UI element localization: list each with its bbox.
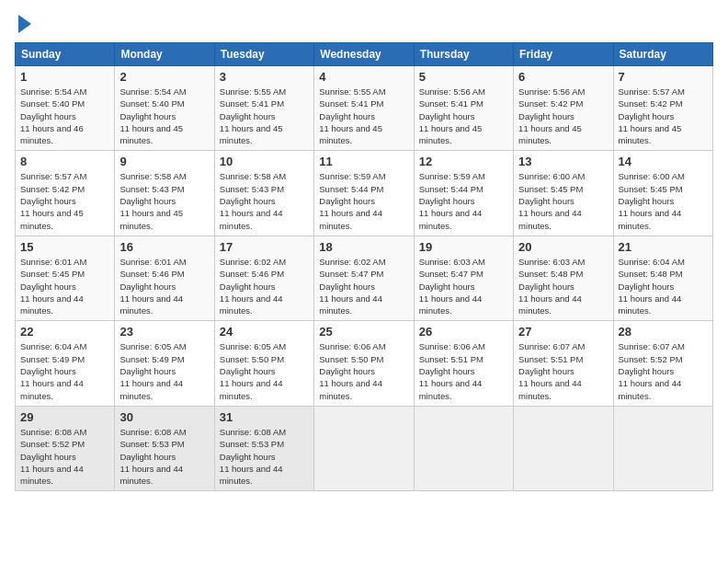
calendar-cell: 21 Sunrise: 6:04 AMSunset: 5:48 PMDaylig… (613, 236, 712, 320)
day-number: 23 (119, 325, 209, 339)
header-day-saturday: Saturday (613, 43, 712, 66)
calendar-cell: 18 Sunrise: 6:02 AMSunset: 5:47 PMDaylig… (314, 236, 414, 320)
day-info: Sunrise: 5:55 AMSunset: 5:41 PMDaylight … (220, 86, 286, 145)
day-info: Sunrise: 5:56 AMSunset: 5:41 PMDaylight … (419, 86, 485, 145)
header-day-thursday: Thursday (414, 43, 513, 66)
day-number: 19 (419, 240, 508, 254)
day-number: 2 (119, 70, 209, 84)
day-number: 30 (119, 410, 209, 424)
day-number: 20 (518, 240, 608, 254)
day-number: 17 (220, 240, 309, 254)
day-number: 18 (319, 240, 408, 254)
calendar-cell: 5 Sunrise: 5:56 AMSunset: 5:41 PMDayligh… (414, 66, 513, 151)
day-info: Sunrise: 5:55 AMSunset: 5:41 PMDaylight … (319, 86, 385, 145)
day-number: 15 (20, 240, 109, 254)
week-row-4: 22 Sunrise: 6:04 AMSunset: 5:49 PMDaylig… (16, 321, 713, 406)
calendar-cell: 28 Sunrise: 6:07 AMSunset: 5:52 PMDaylig… (613, 321, 712, 406)
day-info: Sunrise: 5:59 AMSunset: 5:44 PMDaylight … (319, 171, 385, 230)
day-info: Sunrise: 6:08 AMSunset: 5:53 PMDaylight … (220, 427, 286, 486)
day-number: 14 (619, 155, 708, 168)
day-info: Sunrise: 6:03 AMSunset: 5:47 PMDaylight … (419, 257, 485, 316)
day-info: Sunrise: 6:07 AMSunset: 5:52 PMDaylight … (619, 341, 685, 400)
day-info: Sunrise: 5:58 AMSunset: 5:43 PMDaylight … (220, 171, 286, 230)
day-info: Sunrise: 6:07 AMSunset: 5:51 PMDaylight … (518, 341, 585, 400)
calendar-cell: 24 Sunrise: 6:05 AMSunset: 5:50 PMDaylig… (214, 321, 313, 406)
day-info: Sunrise: 6:00 AMSunset: 5:45 PMDaylight … (518, 171, 585, 230)
week-row-2: 8 Sunrise: 5:57 AMSunset: 5:42 PMDayligh… (16, 151, 713, 236)
header-day-sunday: Sunday (16, 43, 115, 66)
day-number: 21 (619, 240, 708, 254)
day-number: 22 (20, 325, 109, 339)
calendar-cell (514, 406, 613, 490)
calendar-cell: 23 Sunrise: 6:05 AMSunset: 5:49 PMDaylig… (115, 321, 214, 406)
calendar-cell: 22 Sunrise: 6:04 AMSunset: 5:49 PMDaylig… (16, 321, 115, 406)
day-number: 7 (619, 70, 708, 84)
calendar-cell (414, 406, 513, 490)
day-number: 27 (518, 325, 608, 339)
day-info: Sunrise: 5:54 AMSunset: 5:40 PMDaylight … (20, 86, 86, 145)
day-info: Sunrise: 6:04 AMSunset: 5:49 PMDaylight … (20, 341, 86, 400)
week-row-3: 15 Sunrise: 6:01 AMSunset: 5:45 PMDaylig… (16, 236, 713, 320)
week-row-1: 1 Sunrise: 5:54 AMSunset: 5:40 PMDayligh… (16, 66, 713, 151)
day-number: 26 (419, 325, 508, 339)
day-number: 28 (619, 325, 708, 339)
day-number: 12 (419, 155, 508, 168)
day-info: Sunrise: 6:05 AMSunset: 5:49 PMDaylight … (119, 341, 186, 400)
calendar-cell: 27 Sunrise: 6:07 AMSunset: 5:51 PMDaylig… (514, 321, 613, 406)
calendar-cell: 19 Sunrise: 6:03 AMSunset: 5:47 PMDaylig… (414, 236, 513, 320)
day-number: 10 (220, 155, 309, 168)
header-day-friday: Friday (514, 43, 613, 66)
day-info: Sunrise: 6:00 AMSunset: 5:45 PMDaylight … (619, 171, 685, 230)
calendar-cell: 4 Sunrise: 5:55 AMSunset: 5:41 PMDayligh… (314, 66, 414, 151)
calendar-cell: 14 Sunrise: 6:00 AMSunset: 5:45 PMDaylig… (613, 151, 712, 236)
day-number: 31 (220, 410, 309, 424)
calendar-cell: 3 Sunrise: 5:55 AMSunset: 5:41 PMDayligh… (214, 66, 313, 151)
day-number: 3 (220, 70, 309, 84)
calendar-cell: 30 Sunrise: 6:08 AMSunset: 5:53 PMDaylig… (115, 406, 214, 490)
calendar-cell: 25 Sunrise: 6:06 AMSunset: 5:50 PMDaylig… (314, 321, 414, 406)
calendar-cell: 20 Sunrise: 6:03 AMSunset: 5:48 PMDaylig… (514, 236, 613, 320)
day-info: Sunrise: 6:03 AMSunset: 5:48 PMDaylight … (518, 257, 585, 316)
day-number: 29 (20, 410, 109, 424)
day-info: Sunrise: 5:58 AMSunset: 5:43 PMDaylight … (119, 171, 186, 230)
day-info: Sunrise: 6:01 AMSunset: 5:45 PMDaylight … (20, 257, 86, 316)
header-day-tuesday: Tuesday (214, 43, 313, 66)
calendar-cell: 6 Sunrise: 5:56 AMSunset: 5:42 PMDayligh… (514, 66, 613, 151)
day-number: 13 (518, 155, 608, 168)
logo-arrow-icon (18, 15, 31, 33)
day-info: Sunrise: 6:06 AMSunset: 5:50 PMDaylight … (319, 341, 385, 400)
day-number: 4 (319, 70, 408, 84)
calendar-cell: 12 Sunrise: 5:59 AMSunset: 5:44 PMDaylig… (414, 151, 513, 236)
day-info: Sunrise: 6:08 AMSunset: 5:53 PMDaylight … (119, 427, 186, 486)
day-number: 6 (518, 70, 608, 84)
calendar-cell: 9 Sunrise: 5:58 AMSunset: 5:43 PMDayligh… (115, 151, 214, 236)
calendar-cell: 10 Sunrise: 5:58 AMSunset: 5:43 PMDaylig… (214, 151, 313, 236)
calendar-cell: 11 Sunrise: 5:59 AMSunset: 5:44 PMDaylig… (314, 151, 414, 236)
calendar-cell: 26 Sunrise: 6:06 AMSunset: 5:51 PMDaylig… (414, 321, 513, 406)
day-info: Sunrise: 6:01 AMSunset: 5:46 PMDaylight … (119, 257, 186, 316)
day-number: 1 (20, 70, 109, 84)
calendar-cell: 13 Sunrise: 6:00 AMSunset: 5:45 PMDaylig… (514, 151, 613, 236)
calendar-cell: 17 Sunrise: 6:02 AMSunset: 5:46 PMDaylig… (214, 236, 313, 320)
calendar-cell: 1 Sunrise: 5:54 AMSunset: 5:40 PMDayligh… (16, 66, 115, 151)
calendar-cell: 31 Sunrise: 6:08 AMSunset: 5:53 PMDaylig… (214, 406, 313, 490)
calendar-cell: 7 Sunrise: 5:57 AMSunset: 5:42 PMDayligh… (613, 66, 712, 151)
day-number: 25 (319, 325, 408, 339)
calendar-cell (613, 406, 712, 490)
calendar-cell: 8 Sunrise: 5:57 AMSunset: 5:42 PMDayligh… (16, 151, 115, 236)
day-info: Sunrise: 6:06 AMSunset: 5:51 PMDaylight … (419, 341, 485, 400)
day-info: Sunrise: 6:02 AMSunset: 5:47 PMDaylight … (319, 257, 385, 316)
header-day-wednesday: Wednesday (314, 43, 414, 66)
calendar-cell: 16 Sunrise: 6:01 AMSunset: 5:46 PMDaylig… (115, 236, 214, 320)
day-info: Sunrise: 5:57 AMSunset: 5:42 PMDaylight … (20, 171, 86, 230)
header (15, 15, 713, 33)
day-info: Sunrise: 6:05 AMSunset: 5:50 PMDaylight … (220, 341, 286, 400)
header-day-monday: Monday (115, 43, 214, 66)
day-info: Sunrise: 5:57 AMSunset: 5:42 PMDaylight … (619, 86, 685, 145)
calendar-cell (314, 406, 414, 490)
week-row-5: 29 Sunrise: 6:08 AMSunset: 5:52 PMDaylig… (16, 406, 713, 490)
calendar-cell: 2 Sunrise: 5:54 AMSunset: 5:40 PMDayligh… (115, 66, 214, 151)
day-number: 5 (419, 70, 508, 84)
logo (15, 15, 31, 33)
day-number: 8 (20, 155, 109, 168)
